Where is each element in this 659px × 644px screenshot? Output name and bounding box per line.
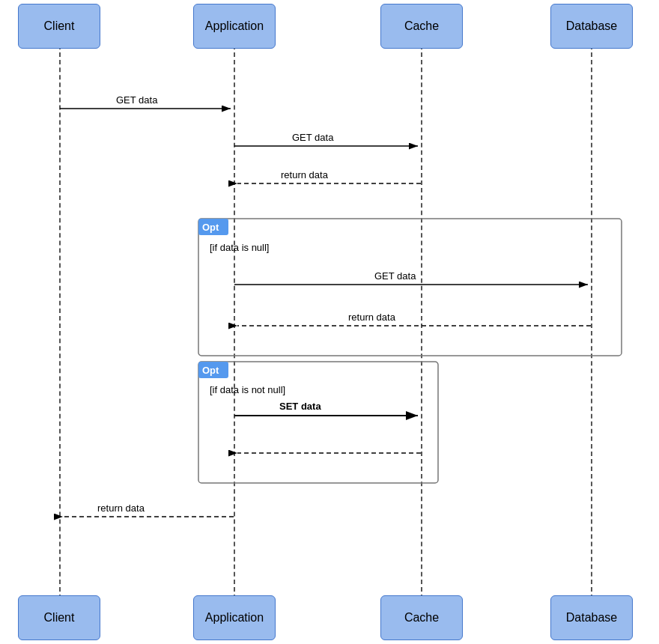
arrow2-label: GET data <box>292 132 334 143</box>
client-label-bottom: Client <box>44 611 75 625</box>
svg-rect-12 <box>198 362 228 378</box>
arrow3-label: return data <box>281 169 329 180</box>
cache-lifeline <box>421 45 422 599</box>
cache-box-bottom: Cache <box>380 595 463 640</box>
cache-label-bottom: Cache <box>404 611 439 625</box>
database-label-bottom: Database <box>566 611 618 625</box>
svg-rect-6 <box>198 219 228 235</box>
application-lifeline <box>234 45 235 599</box>
application-label-bottom: Application <box>205 611 264 625</box>
client-label-top: Client <box>44 19 75 33</box>
svg-text:Opt: Opt <box>202 222 219 233</box>
arrow8-label: return data <box>97 502 145 514</box>
application-box-top: Application <box>193 4 276 49</box>
application-box-bottom: Application <box>193 595 276 640</box>
svg-text:[if data is null]: [if data is null] <box>210 242 270 253</box>
database-box-bottom: Database <box>550 595 633 640</box>
client-box-top: Client <box>18 4 100 49</box>
client-box-bottom: Client <box>18 595 100 640</box>
cache-box-top: Cache <box>380 4 463 49</box>
arrow6-label: SET data <box>279 401 321 412</box>
svg-rect-5 <box>198 219 622 356</box>
database-box-top: Database <box>550 4 633 49</box>
svg-text:[if data is not null]: [if data is not null] <box>210 384 285 395</box>
client-lifeline <box>59 45 61 599</box>
database-lifeline <box>591 45 592 599</box>
database-label-top: Database <box>566 19 618 33</box>
arrow5-label: return data <box>348 312 396 323</box>
sequence-diagram: Client Application Cache Database Client… <box>0 0 659 644</box>
arrows-svg: GET data GET data return data Opt [if da… <box>0 0 659 599</box>
application-label-top: Application <box>205 19 264 33</box>
cache-label-top: Cache <box>404 19 439 33</box>
arrow4-label: GET data <box>374 270 416 282</box>
svg-text:Opt: Opt <box>202 365 219 376</box>
arrow1-label: GET data <box>116 94 158 106</box>
